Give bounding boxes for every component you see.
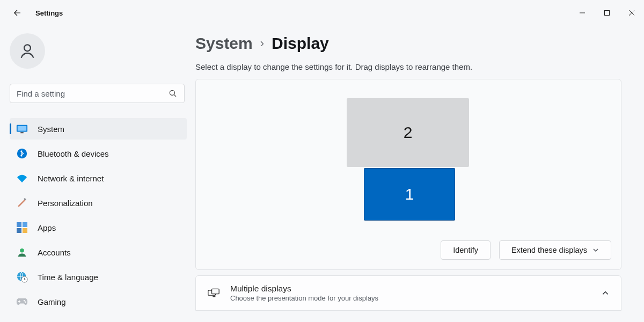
sidebar-item-personalization[interactable]: Personalization — [10, 192, 187, 214]
maximize-button[interactable] — [595, 0, 619, 26]
title-bar: Settings — [0, 0, 644, 26]
nav-list: System Bluetooth & devices Network & int… — [10, 118, 187, 312]
accounts-icon — [16, 246, 28, 258]
breadcrumb: System › Display — [195, 34, 630, 53]
close-button[interactable] — [619, 0, 644, 26]
breadcrumb-current: Display — [272, 34, 329, 53]
chevron-up-icon — [602, 289, 609, 297]
gaming-icon — [16, 296, 28, 308]
multiple-displays-icon — [208, 287, 219, 299]
content-area: System › Display Select a display to cha… — [187, 26, 644, 322]
search-input[interactable] — [17, 89, 165, 98]
svg-point-20 — [25, 302, 26, 303]
sidebar-item-label: Bluetooth & devices — [38, 149, 109, 158]
svg-rect-12 — [17, 222, 21, 227]
paintbrush-icon — [16, 197, 28, 209]
person-icon — [18, 42, 36, 60]
page-description: Select a display to change the settings … — [195, 62, 630, 71]
svg-rect-15 — [23, 228, 27, 233]
svg-rect-1 — [605, 11, 610, 16]
svg-rect-9 — [20, 132, 24, 133]
back-button[interactable] — [10, 5, 25, 20]
sidebar-item-network[interactable]: Network & internet — [10, 167, 187, 189]
svg-rect-22 — [212, 289, 219, 294]
breadcrumb-parent[interactable]: System — [195, 34, 253, 53]
minimize-button[interactable] — [570, 0, 595, 26]
sidebar-item-label: Network & internet — [38, 174, 104, 183]
window-controls — [570, 0, 644, 26]
display-arrangement-card: 2 1 Identify Extend these displays — [195, 79, 621, 270]
multiple-displays-row[interactable]: Multiple displays Choose the presentatio… — [195, 275, 621, 311]
apps-icon — [16, 222, 28, 233]
bluetooth-icon — [16, 148, 28, 159]
monitor-2[interactable]: 2 — [347, 98, 469, 167]
monitor-1-label: 1 — [405, 185, 414, 203]
sidebar-item-gaming[interactable]: Gaming — [10, 291, 187, 312]
display-arrangement-area[interactable]: 2 1 — [196, 79, 621, 240]
chevron-right-icon: › — [260, 36, 264, 50]
sidebar-item-bluetooth[interactable]: Bluetooth & devices — [10, 143, 187, 164]
display-mode-dropdown[interactable]: Extend these displays — [499, 240, 611, 260]
chevron-down-icon — [592, 247, 599, 253]
sidebar-item-accounts[interactable]: Accounts — [10, 241, 187, 263]
svg-rect-8 — [18, 126, 27, 131]
sidebar-item-apps[interactable]: Apps — [10, 217, 187, 238]
sidebar-item-label: Accounts — [38, 248, 71, 257]
sidebar-item-label: Apps — [38, 223, 56, 232]
sidebar-item-time[interactable]: Time & language — [10, 266, 187, 288]
sidebar-item-label: System — [38, 125, 64, 134]
search-icon — [168, 89, 178, 98]
arrow-left-icon — [12, 8, 22, 18]
svg-rect-14 — [17, 228, 21, 233]
sidebar-item-label: Gaming — [38, 297, 66, 306]
svg-point-19 — [24, 300, 25, 302]
multiple-displays-title: Multiple displays — [230, 284, 378, 294]
svg-point-5 — [170, 90, 174, 95]
svg-line-6 — [174, 94, 176, 97]
sidebar: System Bluetooth & devices Network & int… — [0, 26, 187, 322]
search-box[interactable] — [10, 84, 185, 103]
monitor-2-label: 2 — [404, 123, 413, 142]
globe-clock-icon — [16, 271, 28, 283]
sidebar-item-label: Time & language — [38, 273, 98, 282]
system-icon — [16, 123, 28, 135]
sidebar-item-label: Personalization — [38, 199, 93, 208]
avatar[interactable] — [10, 33, 45, 69]
multiple-displays-subtitle: Choose the presentation mode for your di… — [230, 294, 378, 302]
monitor-1[interactable]: 1 — [364, 168, 455, 221]
identify-label: Identify — [453, 246, 478, 254]
svg-rect-13 — [23, 222, 27, 227]
close-icon — [628, 10, 635, 16]
sidebar-item-system[interactable]: System — [10, 118, 187, 140]
maximize-icon — [604, 10, 610, 16]
app-title: Settings — [35, 9, 63, 17]
display-mode-label: Extend these displays — [511, 246, 587, 254]
minimize-icon — [579, 10, 586, 16]
svg-point-16 — [20, 248, 24, 253]
svg-point-4 — [24, 45, 31, 51]
wifi-icon — [16, 172, 28, 184]
identify-button[interactable]: Identify — [441, 240, 491, 260]
